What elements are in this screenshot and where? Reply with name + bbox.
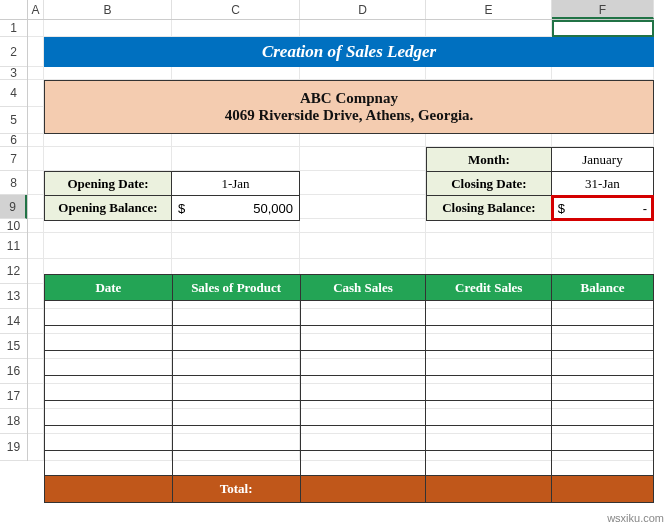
ledger-cell[interactable] (172, 376, 300, 401)
cell[interactable] (28, 134, 44, 147)
ledger-cell[interactable] (172, 301, 300, 326)
cell[interactable] (300, 219, 426, 233)
ledger-cell[interactable] (300, 351, 426, 376)
row-header-14[interactable]: 14 (0, 309, 27, 334)
ledger-total-credit[interactable] (426, 476, 552, 503)
row-header-10[interactable]: 10 (0, 219, 27, 233)
ledger-cell[interactable] (300, 426, 426, 451)
closing-balance-value[interactable]: $ - (552, 196, 653, 220)
cell[interactable] (28, 80, 44, 107)
ledger-cell[interactable] (552, 326, 654, 351)
ledger-cell[interactable] (552, 351, 654, 376)
col-header-F[interactable]: F (552, 0, 654, 19)
cell[interactable] (28, 359, 44, 384)
row-header-8[interactable]: 8 (0, 171, 27, 195)
ledger-cell[interactable] (552, 376, 654, 401)
ledger-cell[interactable] (300, 401, 426, 426)
ledger-total-label[interactable]: Total: (172, 476, 300, 503)
ledger-total-cash[interactable] (300, 476, 426, 503)
ledger-cell[interactable] (426, 376, 552, 401)
col-header-C[interactable]: C (172, 0, 300, 19)
cell[interactable] (28, 219, 44, 233)
row-header-16[interactable]: 16 (0, 359, 27, 384)
ledger-cell[interactable] (172, 451, 300, 476)
cell[interactable] (300, 171, 426, 195)
opening-date-value[interactable]: 1-Jan (172, 172, 299, 196)
cell[interactable] (300, 134, 426, 147)
ledger-header-credit[interactable]: Credit Sales (426, 275, 552, 301)
ledger-header-date[interactable]: Date (45, 275, 173, 301)
cell[interactable] (172, 20, 300, 37)
ledger-cell[interactable] (426, 401, 552, 426)
ledger-cell[interactable] (300, 301, 426, 326)
ledger-cell[interactable] (426, 351, 552, 376)
ledger-cell[interactable] (45, 401, 173, 426)
cell[interactable] (300, 67, 426, 80)
row-header-18[interactable]: 18 (0, 409, 27, 434)
cell[interactable] (44, 233, 172, 259)
cell[interactable] (44, 67, 172, 80)
col-header-E[interactable]: E (426, 0, 552, 19)
cell[interactable] (44, 20, 172, 37)
cell[interactable] (28, 171, 44, 195)
cell[interactable] (28, 409, 44, 434)
ledger-cell[interactable] (172, 401, 300, 426)
ledger-cell[interactable] (426, 451, 552, 476)
cell[interactable] (300, 147, 426, 171)
ledger-cell[interactable] (45, 451, 173, 476)
cell[interactable] (172, 233, 300, 259)
ledger-header-balance[interactable]: Balance (552, 275, 654, 301)
cell[interactable] (44, 147, 172, 171)
row-header-15[interactable]: 15 (0, 334, 27, 359)
cell[interactable] (172, 219, 300, 233)
cell[interactable] (426, 134, 552, 147)
opening-balance-value[interactable]: $ 50,000 (172, 196, 299, 220)
ledger-cell[interactable] (45, 351, 173, 376)
ledger-cell[interactable] (300, 376, 426, 401)
col-header-B[interactable]: B (44, 0, 172, 19)
row-header-1[interactable]: 1 (0, 20, 27, 37)
ledger-cell[interactable] (552, 301, 654, 326)
month-value[interactable]: January (552, 148, 653, 172)
cell[interactable] (172, 147, 300, 171)
ledger-cell[interactable] (45, 376, 173, 401)
cell[interactable] (300, 195, 426, 219)
cell[interactable] (552, 219, 654, 233)
ledger-cell[interactable] (45, 301, 173, 326)
row-header-7[interactable]: 7 (0, 147, 27, 171)
cell[interactable] (172, 67, 300, 80)
ledger-total-balance[interactable] (552, 476, 654, 503)
ledger-cell[interactable] (300, 326, 426, 351)
cell[interactable] (300, 20, 426, 37)
cell[interactable] (426, 219, 552, 233)
row-header-13[interactable]: 13 (0, 284, 27, 309)
ledger-header-cash[interactable]: Cash Sales (300, 275, 426, 301)
ledger-cell[interactable] (45, 326, 173, 351)
cell[interactable] (44, 219, 172, 233)
cell[interactable] (28, 107, 44, 134)
cell[interactable] (300, 233, 426, 259)
ledger-cell[interactable] (172, 326, 300, 351)
cell[interactable] (44, 134, 172, 147)
ledger-cell[interactable] (552, 401, 654, 426)
cell[interactable] (28, 67, 44, 80)
row-header-19[interactable]: 19 (0, 434, 27, 461)
select-all-corner[interactable] (0, 0, 28, 20)
ledger-cell[interactable] (172, 351, 300, 376)
row-header-9[interactable]: 9 (0, 195, 27, 219)
cell[interactable] (28, 434, 44, 461)
cell[interactable] (28, 284, 44, 309)
row-header-6[interactable]: 6 (0, 134, 27, 147)
ledger-header-product[interactable]: Sales of Product (172, 275, 300, 301)
ledger-cell[interactable] (552, 451, 654, 476)
row-header-12[interactable]: 12 (0, 259, 27, 284)
cell[interactable] (28, 309, 44, 334)
cell[interactable] (552, 67, 654, 80)
cell[interactable] (28, 334, 44, 359)
ledger-cell[interactable] (552, 426, 654, 451)
ledger-cell[interactable] (426, 426, 552, 451)
cell[interactable] (426, 233, 552, 259)
row-header-5[interactable]: 5 (0, 107, 27, 134)
ledger-cell[interactable] (172, 426, 300, 451)
col-header-D[interactable]: D (300, 0, 426, 19)
